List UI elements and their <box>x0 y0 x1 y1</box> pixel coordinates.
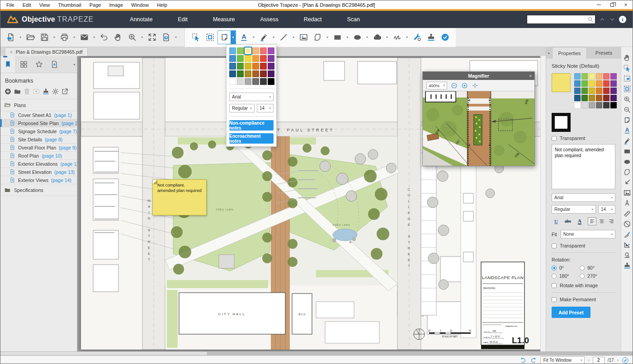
select-tool-icon[interactable] <box>623 64 631 72</box>
chevron-down-icon[interactable]: ▾ <box>18 31 23 44</box>
rotation-270-radio[interactable] <box>580 274 585 279</box>
prev-page-icon[interactable]: ‹ <box>588 358 589 363</box>
bookmark-item[interactable]: Exterior Elevations(page 11) <box>0 160 77 168</box>
bookmark-item[interactable]: Roof Plan(page 10) <box>0 152 77 160</box>
color-swatch[interactable] <box>610 102 617 108</box>
menu-file[interactable]: File <box>2 1 19 9</box>
rotate-right-icon[interactable] <box>530 357 537 364</box>
color-swatch[interactable] <box>252 70 259 77</box>
color-swatch[interactable] <box>245 78 251 85</box>
color-swatch[interactable] <box>581 95 588 101</box>
chevron-down-icon[interactable]: ▾ <box>52 31 57 44</box>
align-center-button[interactable] <box>597 217 606 225</box>
nav-redact[interactable]: Redact <box>291 14 335 24</box>
rotate-left-icon[interactable] <box>520 357 527 364</box>
color-swatch[interactable] <box>268 47 274 54</box>
text-tool-button[interactable]: A <box>237 31 250 44</box>
open-button[interactable] <box>24 31 37 44</box>
preset-noncompliance-button[interactable]: Non-compliance notes <box>229 120 274 131</box>
ellipse-icon[interactable] <box>623 158 631 166</box>
magnifier-target-icon[interactable] <box>472 82 478 89</box>
bookmark-folder-specifications[interactable]: Specifications <box>0 184 77 196</box>
search-prev-icon[interactable] <box>599 16 605 23</box>
undo-button[interactable] <box>98 31 110 44</box>
color-swatch[interactable] <box>229 55 236 62</box>
menu-window[interactable]: Window <box>127 1 153 9</box>
chevron-down-icon[interactable]: ▾ <box>345 31 350 44</box>
bookmark-item[interactable]: Exterior Views(page 14) <box>0 176 77 184</box>
tab-export[interactable] <box>47 56 62 73</box>
color-swatch[interactable] <box>237 47 244 54</box>
stamp-icon[interactable] <box>623 261 631 270</box>
rotation-0-radio[interactable] <box>552 266 557 271</box>
dropdown-size-select[interactable]: 14▾ <box>257 104 274 112</box>
menu-page[interactable]: Page <box>85 1 105 9</box>
tab-thumbnails[interactable] <box>16 56 31 73</box>
color-swatch[interactable] <box>589 95 595 101</box>
search-next-icon[interactable] <box>609 16 615 23</box>
image-icon[interactable] <box>623 189 631 197</box>
magnifier-zoom-select[interactable]: 400%▾ <box>426 82 447 89</box>
export-document-button[interactable] <box>160 31 172 44</box>
color-swatch[interactable] <box>260 78 267 85</box>
color-swatch[interactable] <box>581 73 588 79</box>
magnifier-titlebar[interactable]: Magnifier × <box>423 72 534 80</box>
color-swatch[interactable] <box>252 78 259 85</box>
font-style-select[interactable]: Regular▾ <box>552 205 596 214</box>
bookmark-item[interactable]: Cover Sheet A1(page 1) <box>0 111 77 119</box>
color-swatch[interactable] <box>268 78 274 85</box>
rotation-90-radio[interactable] <box>580 266 585 271</box>
save-button[interactable] <box>38 31 51 44</box>
color-swatch[interactable] <box>574 102 581 108</box>
snapshot-tool-icon[interactable] <box>623 75 631 83</box>
bookmark-item-selected[interactable]: Proposed Site Plan(page 2) <box>0 119 77 127</box>
freehand-tool-button[interactable] <box>391 31 403 44</box>
magnifier-tool-icon[interactable] <box>623 251 631 259</box>
approval-badge-button[interactable] <box>439 31 451 44</box>
magnifier-zoom-out-icon[interactable] <box>451 82 458 89</box>
color-swatch[interactable] <box>589 102 595 108</box>
panel-collapse-button[interactable]: ▸ <box>546 47 552 59</box>
color-swatch[interactable] <box>245 47 251 54</box>
sidebar-collapse-button[interactable]: ◂ <box>73 56 77 73</box>
horizontal-scrollbar[interactable] <box>0 351 633 355</box>
sticky-note-annotation[interactable]: Not compliant, amended plan required <box>152 179 207 215</box>
zoom-in-icon[interactable] <box>623 95 631 103</box>
color-swatch[interactable] <box>610 73 617 79</box>
pdf-export-button[interactable] <box>4 31 17 44</box>
color-swatch[interactable] <box>603 102 609 108</box>
tab-favorites[interactable] <box>31 56 47 73</box>
scrollbar-thumb[interactable] <box>0 352 207 355</box>
measure-compass-icon[interactable] <box>623 199 631 207</box>
select-annotation-button[interactable] <box>189 31 202 44</box>
color-swatch[interactable] <box>245 55 251 62</box>
text-tool-icon[interactable]: A <box>623 126 631 135</box>
color-swatch[interactable] <box>603 95 609 101</box>
tab-bookmarks[interactable] <box>0 56 16 73</box>
fit-screen-button[interactable] <box>146 31 158 44</box>
bookmark-item[interactable]: Site Details(page 8) <box>0 135 77 144</box>
delete-bookmark-icon[interactable] <box>23 88 31 95</box>
color-swatch[interactable] <box>237 63 244 70</box>
font-color-button[interactable]: A <box>578 219 581 224</box>
color-swatch[interactable] <box>596 95 602 101</box>
chevron-down-icon[interactable]: ▾ <box>174 31 178 44</box>
magnifier-zoom-in-icon[interactable] <box>461 82 468 89</box>
rotate-with-image-checkbox[interactable] <box>552 283 557 288</box>
sticky-note-dropdown[interactable]: ▾ <box>231 31 236 44</box>
note-text-input[interactable]: Not compliant, amended plan required <box>552 144 615 189</box>
color-swatch[interactable] <box>574 73 581 79</box>
color-swatch[interactable] <box>610 95 617 101</box>
color-swatch[interactable] <box>260 70 267 77</box>
search-input[interactable] <box>529 17 587 22</box>
fit-select[interactable]: None▾ <box>561 230 615 238</box>
bookmark-settings-icon[interactable] <box>52 88 59 95</box>
close-tab-icon[interactable]: × <box>10 50 13 55</box>
color-swatch[interactable] <box>237 70 244 77</box>
color-swatch[interactable] <box>229 70 236 77</box>
zoom-button[interactable] <box>126 31 138 44</box>
close-button[interactable]: × <box>619 0 633 9</box>
area-measure-icon[interactable] <box>623 230 631 238</box>
chevron-down-icon[interactable]: ▾ <box>251 31 256 44</box>
preset-encroachment-button[interactable]: Encroachment notes <box>229 133 274 144</box>
